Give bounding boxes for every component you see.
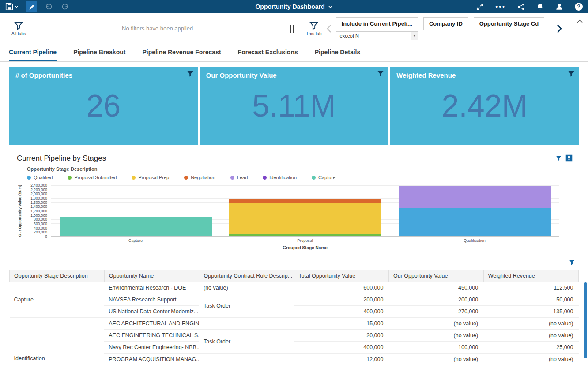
bar-segment-proposal-prep[interactable]: [229, 203, 381, 234]
tab-forecast-exclusions[interactable]: Forecast Exclusions: [238, 44, 298, 61]
filter-chip-opportunity-stage-cd[interactable]: Opportunity Stage Cd: [474, 17, 544, 30]
legend-item-proposal-submitted[interactable]: Proposal Submitted: [68, 175, 117, 180]
our-value-cell: (no value): [388, 330, 483, 342]
tab-pipeline-details[interactable]: Pipeline Details: [315, 44, 360, 61]
more-button[interactable]: •••: [495, 4, 506, 9]
stacked-bar-proposal[interactable]: [229, 185, 381, 236]
legend-label: Proposal Prep: [138, 175, 169, 180]
kpi-filter-button[interactable]: [187, 70, 194, 79]
y-tick-label: 2,400,000: [30, 183, 47, 188]
edit-button[interactable]: [26, 1, 37, 12]
tab-current-pipeline[interactable]: Current Pipeline: [9, 44, 57, 61]
filter-funnel-icon: [309, 21, 318, 30]
our-value-cell: 450,000: [388, 282, 483, 294]
bar-segment-capture[interactable]: [60, 217, 212, 236]
filter-chip-label[interactable]: Opportunity Stage Cd: [474, 17, 544, 30]
table-header-cell-opportunity-stage-description[interactable]: Opportunity Stage Description: [10, 270, 105, 282]
legend-swatch: [27, 176, 31, 180]
our-value-cell: 100,000: [388, 342, 483, 354]
filter-chip-label[interactable]: Company ID: [423, 17, 468, 30]
legend-item-identification[interactable]: Identification: [263, 175, 297, 180]
redo-button[interactable]: [61, 3, 69, 10]
tab-pipeline-breakout[interactable]: Pipeline Breakout: [73, 44, 125, 61]
legend-item-lead[interactable]: Lead: [230, 175, 248, 180]
stacked-bar-capture[interactable]: [60, 185, 212, 236]
table-row[interactable]: CaptureEnvironmental Research - DOE(no v…: [10, 282, 579, 294]
chevron-down-icon[interactable]: ▾: [411, 32, 418, 40]
bar-segment-negotiation[interactable]: [229, 199, 381, 203]
bar-segment-qualified[interactable]: [399, 208, 551, 236]
opportunity-name-cell: AEC ARCHITECTURAL AND ENGIN...: [104, 318, 199, 330]
stacked-bar-qualification[interactable]: [399, 185, 551, 236]
total-value-cell: 200,000: [294, 294, 389, 306]
kpi-card-of-opportunities[interactable]: # of Opportunities 26: [9, 67, 198, 145]
table-header-cell-our-opportunity-value[interactable]: Our Opportunity Value: [388, 270, 483, 282]
total-value-cell: 400,000: [294, 306, 389, 318]
legend-item-negotiation[interactable]: Negotiation: [184, 175, 215, 180]
help-button[interactable]: ?: [575, 3, 583, 11]
legend-label: Identification: [269, 175, 297, 180]
total-value-cell: 15,000: [294, 318, 389, 330]
this-tab-filter-button[interactable]: This tab: [306, 21, 322, 36]
total-value-cell: 12,000: [294, 354, 389, 365]
table-header-cell-opportunity-contract-role-descrip[interactable]: Opportunity Contract Role Descrip...: [199, 270, 294, 282]
tab-pipeline-revenue-forecast[interactable]: Pipeline Revenue Forecast: [142, 44, 221, 61]
table-filter-button[interactable]: [569, 259, 575, 267]
x-axis-labels: CaptureProposalQualification: [51, 238, 559, 243]
tab-bar: Current PipelinePipeline BreakoutPipelin…: [0, 44, 588, 62]
filter-condition[interactable]: except N▾: [336, 31, 418, 40]
scroll-chips-right-button[interactable]: [557, 24, 562, 34]
chart-insights-button[interactable]: [565, 154, 573, 163]
fullscreen-button[interactable]: [476, 3, 484, 11]
filter-bar-divider-handle[interactable]: [290, 25, 294, 33]
opportunity-name-cell: NAVSEA Research Support: [104, 294, 199, 306]
dashboard-title-menu[interactable]: Opportunity Dashboard: [255, 3, 332, 10]
filter-funnel-icon: [187, 70, 194, 77]
x-axis-title: Grouped Stage Name: [51, 245, 559, 250]
filter-funnel-icon: [377, 70, 384, 77]
chart-plot-area: [51, 185, 559, 237]
scroll-chips-left-button[interactable]: [326, 24, 332, 33]
all-tabs-filter-button[interactable]: All tabs: [11, 21, 26, 36]
filter-funnel-icon: [568, 70, 575, 77]
y-tick-label: 2,000,000: [30, 192, 47, 196]
stage-cell: Identification: [10, 318, 105, 365]
account-button[interactable]: [555, 3, 563, 11]
kpi-filter-button[interactable]: [568, 70, 575, 79]
table-header-cell-weighted-revenue[interactable]: Weighted Revenue: [483, 270, 578, 282]
kpi-card-weighted-revenue[interactable]: Weighted Revenue 2.42M: [390, 67, 579, 145]
x-tick-label: Proposal: [220, 238, 390, 243]
pipeline-table: Opportunity Stage DescriptionOpportunity…: [9, 270, 579, 365]
notifications-button[interactable]: [536, 3, 544, 11]
legend-item-qualified[interactable]: Qualified: [27, 175, 53, 180]
kpi-filter-button[interactable]: [377, 70, 384, 79]
our-value-cell: (no value): [388, 318, 483, 330]
weighted-revenue-cell: 25,000: [483, 342, 578, 354]
bar-segment-lead[interactable]: [399, 186, 551, 208]
chart-filter-button[interactable]: [555, 155, 562, 163]
share-button[interactable]: [517, 3, 525, 11]
collapse-filter-bar-button[interactable]: [577, 17, 583, 25]
weighted-revenue-cell: (no value): [483, 330, 578, 342]
kpi-card-our-opportunity-value[interactable]: Our Opportunity Value 5.11M: [200, 67, 388, 145]
legend-swatch: [263, 176, 267, 180]
table-row[interactable]: IdentificationAEC ARCHITECTURAL AND ENGI…: [10, 318, 579, 330]
table-header-cell-opportunity-name[interactable]: Opportunity Name: [104, 270, 199, 282]
filter-chip-company-id[interactable]: Company ID: [423, 17, 468, 30]
total-value-cell: 600,000: [294, 282, 389, 294]
table-scrollbar[interactable]: [584, 282, 587, 358]
save-button[interactable]: [5, 3, 19, 11]
y-tick-label: 800,000: [34, 217, 47, 222]
contract-role-cell: (no value): [199, 282, 294, 294]
filter-chip-label[interactable]: Include in Current Pipeli...: [336, 17, 418, 30]
legend-item-proposal-prep[interactable]: Proposal Prep: [132, 175, 169, 180]
table-header-row: Opportunity Stage DescriptionOpportunity…: [10, 270, 579, 282]
legend-item-capture[interactable]: Capture: [312, 175, 335, 180]
table-header-cell-total-opportunity-value[interactable]: Total Opportunity Value: [294, 270, 389, 282]
filter-chip-include-in-current-pipeli[interactable]: Include in Current Pipeli...except N▾: [336, 17, 418, 40]
weighted-revenue-cell: (no value): [483, 318, 578, 330]
chevron-left-icon: [326, 24, 332, 33]
bar-segment-proposal-submitted[interactable]: [229, 234, 381, 236]
y-tick-label: 1,200,000: [30, 209, 47, 213]
undo-button[interactable]: [45, 3, 53, 10]
